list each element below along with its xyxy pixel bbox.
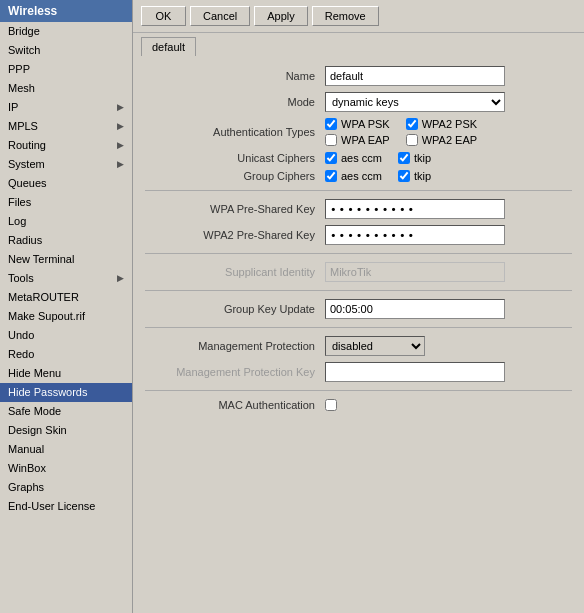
group-key-input[interactable] [325, 299, 505, 319]
auth-types-row: Authentication Types WPA PSK WPA2 PSK WP… [145, 118, 572, 146]
mode-row: Mode dynamic keys static keys required s… [145, 92, 572, 112]
wpa-key-row: WPA Pre-Shared Key [145, 199, 572, 219]
sidebar-item-hide-menu[interactable]: Hide Menu [0, 364, 132, 383]
main-panel: OK Cancel Apply Remove default Name Mode… [133, 0, 584, 613]
sidebar-item-metarouter[interactable]: MetaROUTER [0, 288, 132, 307]
unicast-tkip-label: tkip [414, 152, 431, 164]
sidebar-item-hide-passwords[interactable]: Hide Passwords [0, 383, 132, 402]
group-tkip-item: tkip [398, 170, 431, 182]
arrow-icon: ▶ [117, 159, 124, 169]
mode-select[interactable]: dynamic keys static keys required static… [325, 92, 505, 112]
sidebar-item-ip[interactable]: IP ▶ [0, 98, 132, 117]
group-tkip-checkbox[interactable] [398, 170, 410, 182]
sidebar-item-redo[interactable]: Redo [0, 345, 132, 364]
wpa-psk-checkbox[interactable] [325, 118, 337, 130]
wpa-eap-item: WPA EAP [325, 134, 390, 146]
name-label: Name [145, 70, 325, 82]
group-label: Group Ciphers [145, 170, 325, 182]
ok-button[interactable]: OK [141, 6, 186, 26]
wpa2-key-input[interactable] [325, 225, 505, 245]
sidebar-item-undo[interactable]: Undo [0, 326, 132, 345]
sidebar-item-system[interactable]: System ▶ [0, 155, 132, 174]
wpa2-key-row: WPA2 Pre-Shared Key [145, 225, 572, 245]
wpa2-psk-checkbox[interactable] [406, 118, 418, 130]
unicast-tkip-checkbox[interactable] [398, 152, 410, 164]
sidebar-item-routing[interactable]: Routing ▶ [0, 136, 132, 155]
unicast-tkip-item: tkip [398, 152, 431, 164]
auth-types-label: Authentication Types [145, 126, 325, 138]
sidebar-item-queues[interactable]: Queues [0, 174, 132, 193]
sidebar-item-new-terminal[interactable]: New Terminal [0, 250, 132, 269]
wpa-psk-item: WPA PSK [325, 118, 390, 130]
wpa2-eap-item: WPA2 EAP [406, 134, 477, 146]
mgmt-key-row: Management Protection Key [145, 362, 572, 382]
arrow-icon: ▶ [117, 140, 124, 150]
sidebar-item-log[interactable]: Log [0, 212, 132, 231]
wpa-eap-checkbox[interactable] [325, 134, 337, 146]
unicast-aes-item: aes ccm [325, 152, 382, 164]
unicast-row: Unicast Ciphers aes ccm tkip [145, 152, 572, 164]
top-bar: OK Cancel Apply Remove [133, 0, 584, 33]
group-cipher-group: aes ccm tkip [325, 170, 431, 182]
sidebar-item-mesh[interactable]: Mesh [0, 79, 132, 98]
sidebar: Wireless Bridge Switch PPP Mesh IP ▶ MPL… [0, 0, 133, 613]
tab-default[interactable]: default [141, 37, 196, 56]
auth-types-group: WPA PSK WPA2 PSK WPA EAP WPA2 EAP [325, 118, 545, 146]
mgmt-key-input[interactable] [325, 362, 505, 382]
arrow-icon: ▶ [117, 102, 124, 112]
group-key-label: Group Key Update [145, 303, 325, 315]
remove-button[interactable]: Remove [312, 6, 379, 26]
tab-bar: default [133, 33, 584, 56]
divider-1 [145, 190, 572, 191]
divider-3 [145, 290, 572, 291]
sidebar-item-radius[interactable]: Radius [0, 231, 132, 250]
mgmt-protection-control: disabled allowed required [325, 336, 425, 356]
wpa-eap-label: WPA EAP [341, 134, 390, 146]
mac-auth-label: MAC Authentication [145, 399, 325, 411]
arrow-icon: ▶ [117, 273, 124, 283]
sidebar-item-graphs[interactable]: Graphs [0, 478, 132, 497]
sidebar-item-tools[interactable]: Tools ▶ [0, 269, 132, 288]
mgmt-protection-label: Management Protection [145, 340, 325, 352]
unicast-aes-checkbox[interactable] [325, 152, 337, 164]
sidebar-item-winbox[interactable]: WinBox [0, 459, 132, 478]
wpa2-key-label: WPA2 Pre-Shared Key [145, 229, 325, 241]
unicast-label: Unicast Ciphers [145, 152, 325, 164]
divider-2 [145, 253, 572, 254]
form-area: Name Mode dynamic keys static keys requi… [133, 56, 584, 613]
name-row: Name [145, 66, 572, 86]
supplicant-input[interactable] [325, 262, 505, 282]
apply-button[interactable]: Apply [254, 6, 308, 26]
group-tkip-label: tkip [414, 170, 431, 182]
sidebar-item-design-skin[interactable]: Design Skin [0, 421, 132, 440]
sidebar-item-switch[interactable]: Switch [0, 41, 132, 60]
wpa2-psk-label: WPA2 PSK [422, 118, 477, 130]
arrow-icon: ▶ [117, 121, 124, 131]
sidebar-item-make-supout[interactable]: Make Supout.rif [0, 307, 132, 326]
sidebar-item-bridge[interactable]: Bridge [0, 22, 132, 41]
group-aes-item: aes ccm [325, 170, 382, 182]
unicast-group: aes ccm tkip [325, 152, 431, 164]
sidebar-item-mpls[interactable]: MPLS ▶ [0, 117, 132, 136]
mode-label: Mode [145, 96, 325, 108]
sidebar-item-files[interactable]: Files [0, 193, 132, 212]
sidebar-item-manual[interactable]: Manual [0, 440, 132, 459]
unicast-aes-label: aes ccm [341, 152, 382, 164]
sidebar-item-end-user-license[interactable]: End-User License [0, 497, 132, 516]
mgmt-protection-row: Management Protection disabled allowed r… [145, 336, 572, 356]
cancel-button[interactable]: Cancel [190, 6, 250, 26]
sidebar-item-ppp[interactable]: PPP [0, 60, 132, 79]
mac-auth-checkbox[interactable] [325, 399, 337, 411]
mgmt-protection-select[interactable]: disabled allowed required [325, 336, 425, 356]
wpa2-eap-checkbox[interactable] [406, 134, 418, 146]
wpa2-eap-label: WPA2 EAP [422, 134, 477, 146]
sidebar-item-safe-mode[interactable]: Safe Mode [0, 402, 132, 421]
supplicant-label: Supplicant Identity [145, 266, 325, 278]
sidebar-header: Wireless [0, 0, 132, 22]
name-input[interactable] [325, 66, 505, 86]
supplicant-row: Supplicant Identity [145, 262, 572, 282]
wpa2-psk-item: WPA2 PSK [406, 118, 477, 130]
group-aes-checkbox[interactable] [325, 170, 337, 182]
wpa-psk-label: WPA PSK [341, 118, 390, 130]
wpa-key-input[interactable] [325, 199, 505, 219]
